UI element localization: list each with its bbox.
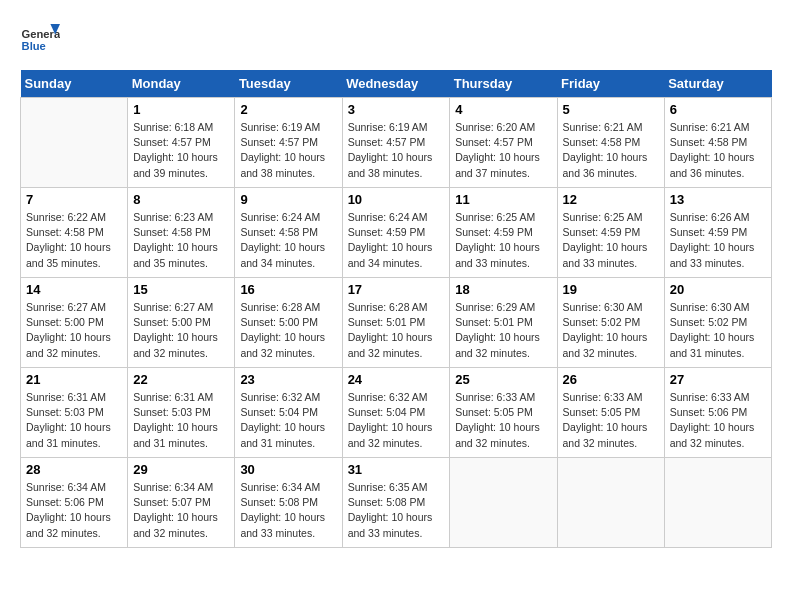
day-number: 29 [133,462,229,477]
day-number: 11 [455,192,551,207]
day-info: Sunrise: 6:32 AMSunset: 5:04 PMDaylight:… [348,390,445,451]
day-number: 9 [240,192,336,207]
calendar-cell: 12Sunrise: 6:25 AMSunset: 4:59 PMDayligh… [557,188,664,278]
calendar-cell: 25Sunrise: 6:33 AMSunset: 5:05 PMDayligh… [450,368,557,458]
calendar-cell: 13Sunrise: 6:26 AMSunset: 4:59 PMDayligh… [664,188,771,278]
svg-text:Blue: Blue [22,40,46,52]
day-info: Sunrise: 6:19 AMSunset: 4:57 PMDaylight:… [348,120,445,181]
calendar-cell: 5Sunrise: 6:21 AMSunset: 4:58 PMDaylight… [557,98,664,188]
calendar-cell [664,458,771,548]
day-info: Sunrise: 6:34 AMSunset: 5:07 PMDaylight:… [133,480,229,541]
day-info: Sunrise: 6:33 AMSunset: 5:06 PMDaylight:… [670,390,766,451]
day-number: 15 [133,282,229,297]
day-info: Sunrise: 6:24 AMSunset: 4:59 PMDaylight:… [348,210,445,271]
day-info: Sunrise: 6:35 AMSunset: 5:08 PMDaylight:… [348,480,445,541]
calendar-cell: 20Sunrise: 6:30 AMSunset: 5:02 PMDayligh… [664,278,771,368]
day-number: 13 [670,192,766,207]
day-number: 10 [348,192,445,207]
weekday-header-monday: Monday [128,70,235,98]
weekday-header-saturday: Saturday [664,70,771,98]
day-info: Sunrise: 6:30 AMSunset: 5:02 PMDaylight:… [670,300,766,361]
calendar-table: SundayMondayTuesdayWednesdayThursdayFrid… [20,70,772,548]
day-number: 1 [133,102,229,117]
calendar-cell: 4Sunrise: 6:20 AMSunset: 4:57 PMDaylight… [450,98,557,188]
header-row: SundayMondayTuesdayWednesdayThursdayFrid… [21,70,772,98]
day-number: 28 [26,462,122,477]
logo-icon: General Blue [20,20,60,60]
day-info: Sunrise: 6:28 AMSunset: 5:01 PMDaylight:… [348,300,445,361]
calendar-cell: 31Sunrise: 6:35 AMSunset: 5:08 PMDayligh… [342,458,450,548]
day-info: Sunrise: 6:20 AMSunset: 4:57 PMDaylight:… [455,120,551,181]
day-info: Sunrise: 6:33 AMSunset: 5:05 PMDaylight:… [455,390,551,451]
day-info: Sunrise: 6:27 AMSunset: 5:00 PMDaylight:… [26,300,122,361]
day-info: Sunrise: 6:26 AMSunset: 4:59 PMDaylight:… [670,210,766,271]
calendar-week-1: 1Sunrise: 6:18 AMSunset: 4:57 PMDaylight… [21,98,772,188]
calendar-week-2: 7Sunrise: 6:22 AMSunset: 4:58 PMDaylight… [21,188,772,278]
calendar-body: 1Sunrise: 6:18 AMSunset: 4:57 PMDaylight… [21,98,772,548]
calendar-cell: 14Sunrise: 6:27 AMSunset: 5:00 PMDayligh… [21,278,128,368]
day-info: Sunrise: 6:30 AMSunset: 5:02 PMDaylight:… [563,300,659,361]
calendar-cell [450,458,557,548]
day-number: 2 [240,102,336,117]
calendar-week-4: 21Sunrise: 6:31 AMSunset: 5:03 PMDayligh… [21,368,772,458]
weekday-header-wednesday: Wednesday [342,70,450,98]
calendar-cell: 11Sunrise: 6:25 AMSunset: 4:59 PMDayligh… [450,188,557,278]
day-number: 14 [26,282,122,297]
day-info: Sunrise: 6:33 AMSunset: 5:05 PMDaylight:… [563,390,659,451]
calendar-cell: 3Sunrise: 6:19 AMSunset: 4:57 PMDaylight… [342,98,450,188]
calendar-cell: 15Sunrise: 6:27 AMSunset: 5:00 PMDayligh… [128,278,235,368]
day-info: Sunrise: 6:23 AMSunset: 4:58 PMDaylight:… [133,210,229,271]
calendar-cell: 1Sunrise: 6:18 AMSunset: 4:57 PMDaylight… [128,98,235,188]
weekday-header-friday: Friday [557,70,664,98]
day-info: Sunrise: 6:18 AMSunset: 4:57 PMDaylight:… [133,120,229,181]
calendar-cell: 16Sunrise: 6:28 AMSunset: 5:00 PMDayligh… [235,278,342,368]
calendar-cell: 27Sunrise: 6:33 AMSunset: 5:06 PMDayligh… [664,368,771,458]
calendar-cell: 7Sunrise: 6:22 AMSunset: 4:58 PMDaylight… [21,188,128,278]
calendar-week-3: 14Sunrise: 6:27 AMSunset: 5:00 PMDayligh… [21,278,772,368]
day-number: 27 [670,372,766,387]
day-number: 26 [563,372,659,387]
day-info: Sunrise: 6:24 AMSunset: 4:58 PMDaylight:… [240,210,336,271]
calendar-cell: 23Sunrise: 6:32 AMSunset: 5:04 PMDayligh… [235,368,342,458]
day-info: Sunrise: 6:28 AMSunset: 5:00 PMDaylight:… [240,300,336,361]
day-info: Sunrise: 6:25 AMSunset: 4:59 PMDaylight:… [455,210,551,271]
day-info: Sunrise: 6:32 AMSunset: 5:04 PMDaylight:… [240,390,336,451]
logo: General Blue [20,20,60,60]
weekday-header-tuesday: Tuesday [235,70,342,98]
calendar-cell [557,458,664,548]
day-number: 6 [670,102,766,117]
day-info: Sunrise: 6:31 AMSunset: 5:03 PMDaylight:… [26,390,122,451]
day-number: 21 [26,372,122,387]
calendar-cell: 9Sunrise: 6:24 AMSunset: 4:58 PMDaylight… [235,188,342,278]
day-info: Sunrise: 6:22 AMSunset: 4:58 PMDaylight:… [26,210,122,271]
day-number: 18 [455,282,551,297]
calendar-cell: 21Sunrise: 6:31 AMSunset: 5:03 PMDayligh… [21,368,128,458]
day-info: Sunrise: 6:29 AMSunset: 5:01 PMDaylight:… [455,300,551,361]
calendar-cell: 6Sunrise: 6:21 AMSunset: 4:58 PMDaylight… [664,98,771,188]
calendar-header: SundayMondayTuesdayWednesdayThursdayFrid… [21,70,772,98]
day-info: Sunrise: 6:21 AMSunset: 4:58 PMDaylight:… [563,120,659,181]
day-info: Sunrise: 6:31 AMSunset: 5:03 PMDaylight:… [133,390,229,451]
day-number: 22 [133,372,229,387]
day-info: Sunrise: 6:19 AMSunset: 4:57 PMDaylight:… [240,120,336,181]
page-header: General Blue [20,20,772,60]
calendar-cell: 10Sunrise: 6:24 AMSunset: 4:59 PMDayligh… [342,188,450,278]
calendar-cell: 2Sunrise: 6:19 AMSunset: 4:57 PMDaylight… [235,98,342,188]
calendar-cell: 19Sunrise: 6:30 AMSunset: 5:02 PMDayligh… [557,278,664,368]
day-number: 7 [26,192,122,207]
weekday-header-sunday: Sunday [21,70,128,98]
day-number: 3 [348,102,445,117]
weekday-header-thursday: Thursday [450,70,557,98]
day-number: 25 [455,372,551,387]
calendar-cell: 17Sunrise: 6:28 AMSunset: 5:01 PMDayligh… [342,278,450,368]
calendar-week-5: 28Sunrise: 6:34 AMSunset: 5:06 PMDayligh… [21,458,772,548]
calendar-cell: 30Sunrise: 6:34 AMSunset: 5:08 PMDayligh… [235,458,342,548]
calendar-cell: 24Sunrise: 6:32 AMSunset: 5:04 PMDayligh… [342,368,450,458]
day-number: 31 [348,462,445,477]
day-number: 19 [563,282,659,297]
calendar-cell: 29Sunrise: 6:34 AMSunset: 5:07 PMDayligh… [128,458,235,548]
calendar-cell: 22Sunrise: 6:31 AMSunset: 5:03 PMDayligh… [128,368,235,458]
day-number: 17 [348,282,445,297]
day-number: 24 [348,372,445,387]
day-number: 8 [133,192,229,207]
